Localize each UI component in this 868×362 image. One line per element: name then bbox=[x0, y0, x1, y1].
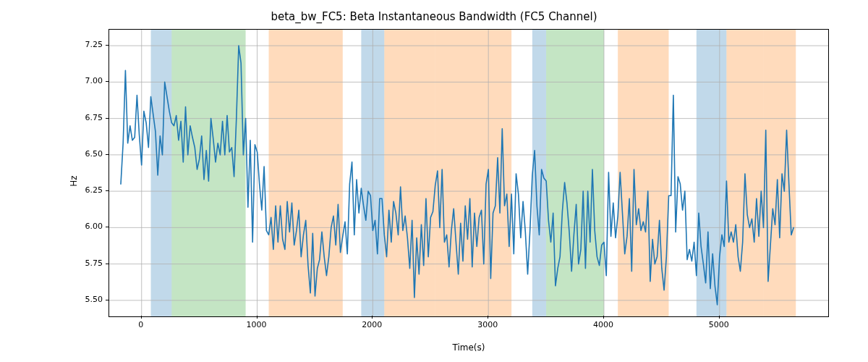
x-tick-label: 3000 bbox=[477, 320, 498, 329]
x-tickmark bbox=[603, 316, 604, 319]
y-tickmark bbox=[106, 45, 109, 46]
chart-title: beta_bw_FC5: Beta Instantaneous Bandwidt… bbox=[0, 10, 868, 23]
x-tick-label: 5000 bbox=[708, 320, 730, 329]
y-tick-label: 6.00 bbox=[81, 222, 103, 231]
highlight-band-orange bbox=[618, 30, 668, 316]
x-tickmark bbox=[372, 316, 373, 319]
highlight-band-orange bbox=[269, 30, 343, 316]
highlight-band-orange bbox=[384, 30, 435, 316]
y-tick-label: 5.50 bbox=[81, 295, 103, 304]
y-tick-label: 5.75 bbox=[81, 258, 103, 268]
plot-area bbox=[109, 29, 829, 317]
x-axis-label: Time(s) bbox=[109, 342, 829, 353]
y-tickmark bbox=[106, 264, 109, 264]
x-tickmark bbox=[719, 316, 720, 319]
x-tick-label: 4000 bbox=[592, 320, 614, 329]
highlight-band-blue bbox=[532, 30, 546, 316]
y-tick-label: 7.00 bbox=[81, 76, 103, 85]
highlight-band-blue bbox=[151, 30, 172, 316]
x-tick-label: 1000 bbox=[246, 320, 268, 329]
y-tick-label: 6.25 bbox=[81, 185, 103, 195]
y-tickmark bbox=[106, 118, 109, 119]
y-tick-label: 6.75 bbox=[81, 113, 103, 122]
y-tickmark bbox=[106, 81, 109, 82]
x-tickmark bbox=[488, 316, 488, 319]
x-tick-label: 2000 bbox=[361, 320, 383, 329]
highlight-band-orange bbox=[435, 30, 511, 316]
y-tickmark bbox=[106, 190, 109, 191]
background-svg bbox=[109, 30, 828, 316]
y-tickmark bbox=[106, 154, 109, 155]
y-tick-label: 7.25 bbox=[81, 40, 103, 49]
y-tickmark bbox=[106, 300, 109, 300]
highlight-band-orange bbox=[726, 30, 763, 316]
figure: beta_bw_FC5: Beta Instantaneous Bandwidt… bbox=[0, 0, 868, 362]
y-tick-label: 6.50 bbox=[81, 149, 103, 159]
y-axis-label: Hz bbox=[69, 175, 79, 186]
x-tickmark bbox=[257, 316, 258, 319]
x-tick-label: 0 bbox=[130, 320, 152, 329]
y-tickmark bbox=[106, 227, 109, 227]
x-tickmark bbox=[141, 316, 142, 319]
